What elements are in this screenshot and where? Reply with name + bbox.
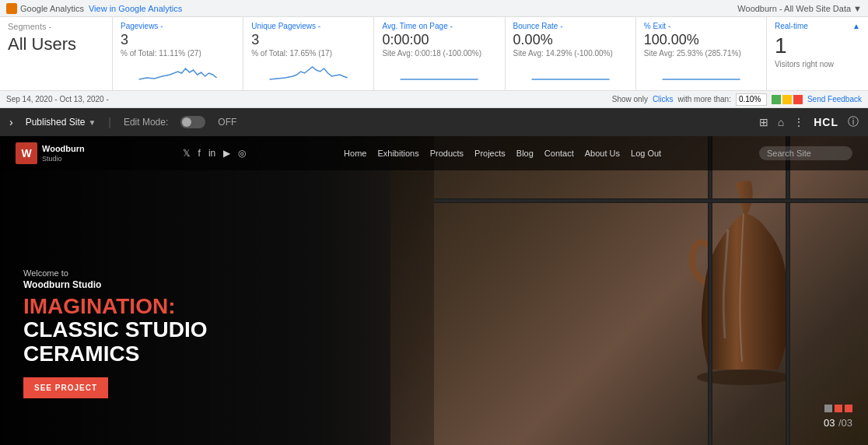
info-icon[interactable]: ⓘ: [848, 115, 859, 129]
linkedin-icon[interactable]: in: [208, 148, 215, 159]
pageviews-sub: % of Total: 11.11% (27): [121, 49, 235, 58]
realtime-sub: Visitors right now: [775, 60, 860, 68]
cms-collapse-icon[interactable]: ›: [9, 116, 13, 128]
send-feedback-link[interactable]: Send Feedback: [807, 95, 862, 103]
instagram-icon[interactable]: ◎: [238, 148, 246, 159]
nav-exhibitions[interactable]: Exhibitions: [377, 149, 418, 158]
hero-title-white2: CERAMICS: [23, 342, 207, 366]
exit-label[interactable]: % Exit -: [644, 22, 758, 30]
slide-dot-3[interactable]: [845, 405, 852, 412]
bounce-rate-label[interactable]: Bounce Rate -: [513, 22, 628, 30]
pageviews-sparkline: [121, 61, 235, 82]
hero-title-white1: CLASSIC STUDIO: [23, 318, 207, 342]
bounce-rate-sub: Site Avg: 14.29% (-100.00%): [513, 49, 628, 58]
view-in-ga-link[interactable]: View in Google Analytics: [89, 4, 182, 13]
nav-projects[interactable]: Projects: [474, 149, 506, 158]
color-boxes: [772, 95, 803, 104]
date-range: Sep 14, 2020 - Oct 13, 2020 -: [6, 95, 109, 103]
site-nav: W Woodburn Studio 𝕏 f in ▶ ◎ Home Exhibi…: [0, 136, 868, 170]
unique-pageviews-label[interactable]: Unique Pageviews -: [251, 22, 366, 30]
frame-line-v2: [786, 136, 790, 445]
nav-logout[interactable]: Log Out: [631, 149, 661, 158]
top-bar-right: Woodburn - All Web Site Data ▼: [737, 4, 862, 13]
search-input[interactable]: [759, 146, 852, 160]
unique-pageviews-sub: % of Total: 17.65% (17): [251, 49, 366, 58]
realtime-block: Real-time ▲ 1 Visitors right now: [767, 17, 868, 90]
color-box-green: [772, 95, 781, 104]
edit-mode-toggle[interactable]: [180, 116, 205, 128]
pageviews-value: 3: [121, 32, 235, 48]
logo-icon: W: [16, 142, 37, 164]
bounce-rate-value: 0.00%: [513, 32, 628, 48]
slide-counter: 03 /03: [824, 405, 852, 429]
color-box-red: [793, 95, 803, 104]
avg-time-sub: Site Avg: 0:00:18 (-100.00%): [382, 49, 496, 58]
grid-icon[interactable]: ⊞: [759, 116, 768, 128]
avg-time-block: Avg. Time on Page - 0:00:00 Site Avg: 0:…: [374, 17, 505, 90]
segment-label: Segments -: [8, 22, 104, 31]
see-project-button[interactable]: SEE PROJECT: [23, 377, 108, 398]
top-bar-left: Google Analytics View in Google Analytic…: [6, 3, 182, 14]
site-logo: W Woodburn Studio: [16, 142, 85, 164]
cms-toolbar: › Published Site ▼ | Edit Mode: OFF ⊞ ⌂ …: [0, 108, 868, 136]
published-site-dropdown[interactable]: Published Site ▼: [26, 117, 96, 128]
ga-text: Google Analytics: [20, 4, 84, 13]
exit-sparkline: [644, 61, 758, 82]
frame-line-v1: [708, 136, 712, 445]
avg-time-label[interactable]: Avg. Time on Page -: [382, 22, 496, 30]
cms-toolbar-icons: ⊞ ⌂ ⋮ HCL ⓘ: [759, 115, 859, 129]
bounce-rate-block: Bounce Rate - 0.00% Site Avg: 14.29% (-1…: [506, 17, 636, 90]
twitter-icon[interactable]: 𝕏: [183, 148, 191, 159]
site-nav-links: Home Exhibitions Products Projects Blog …: [344, 149, 661, 158]
unique-pageviews-block: Unique Pageviews - 3 % of Total: 17.65% …: [243, 17, 374, 90]
clicks-filter-link[interactable]: Clicks: [653, 95, 674, 103]
hcl-logo: HCL: [814, 116, 838, 128]
slide-dot-2[interactable]: [835, 405, 842, 412]
segment-block: Segments - All Users: [0, 17, 113, 90]
exit-block: % Exit - 100.00% Site Avg: 25.93% (285.7…: [636, 17, 767, 90]
ga-logo: Google Analytics: [6, 3, 84, 14]
vase-image: [666, 159, 821, 385]
logo-text: Woodburn Studio: [42, 144, 85, 162]
nav-blog[interactable]: Blog: [516, 149, 534, 158]
nav-about[interactable]: About Us: [585, 149, 620, 158]
welcome-text: Welcome to: [23, 268, 207, 278]
analytics-panel: Segments - All Users Pageviews - 3 % of …: [0, 17, 868, 91]
exit-sub: Site Avg: 25.93% (285.71%): [644, 49, 758, 58]
social-icons: 𝕏 f in ▶ ◎: [183, 148, 247, 159]
threshold-input[interactable]: [736, 93, 767, 106]
top-bar: Google Analytics View in Google Analytic…: [0, 0, 868, 17]
ga-icon: [6, 3, 17, 14]
with-more-than-label: with more than:: [678, 95, 731, 103]
frame-line-h1: [434, 198, 868, 203]
hero-content: Welcome to Woodburn Studio IMAGINATION: …: [23, 268, 207, 398]
nav-contact[interactable]: Contact: [544, 149, 574, 158]
toolbar-separator: |: [108, 116, 111, 128]
youtube-icon[interactable]: ▶: [223, 148, 230, 159]
slide-number: 03 /03: [824, 415, 852, 429]
bounce-rate-sparkline: [513, 61, 628, 82]
pageviews-block: Pageviews - 3 % of Total: 11.11% (27): [113, 17, 243, 90]
realtime-value: 1: [775, 33, 860, 58]
filter-bar: Sep 14, 2020 - Oct 13, 2020 - Show only …: [0, 91, 868, 108]
segment-name: All Users: [8, 34, 104, 54]
facebook-icon[interactable]: f: [198, 148, 201, 159]
nav-home[interactable]: Home: [344, 149, 366, 158]
more-icon[interactable]: ⋮: [793, 116, 804, 128]
avg-time-value: 0:00:00: [382, 32, 496, 48]
studio-name: Woodburn Studio: [23, 279, 207, 290]
show-only-label: Show only: [612, 95, 648, 103]
slide-dot-1[interactable]: [824, 405, 832, 412]
color-box-yellow: [782, 95, 792, 104]
realtime-label[interactable]: Real-time ▲: [775, 22, 860, 30]
avg-time-sparkline: [382, 61, 496, 82]
slide-dots: [824, 405, 852, 412]
home-icon[interactable]: ⌂: [778, 116, 784, 128]
nav-products[interactable]: Products: [430, 149, 464, 158]
toggle-knob: [182, 117, 191, 127]
website-preview: W Woodburn Studio 𝕏 f in ▶ ◎ Home Exhibi…: [0, 136, 868, 445]
hero-title-red: IMAGINATION:: [23, 295, 207, 319]
pageviews-label[interactable]: Pageviews -: [121, 22, 235, 30]
unique-pageviews-sparkline: [251, 61, 366, 82]
edit-mode-label: Edit Mode:: [124, 117, 168, 128]
